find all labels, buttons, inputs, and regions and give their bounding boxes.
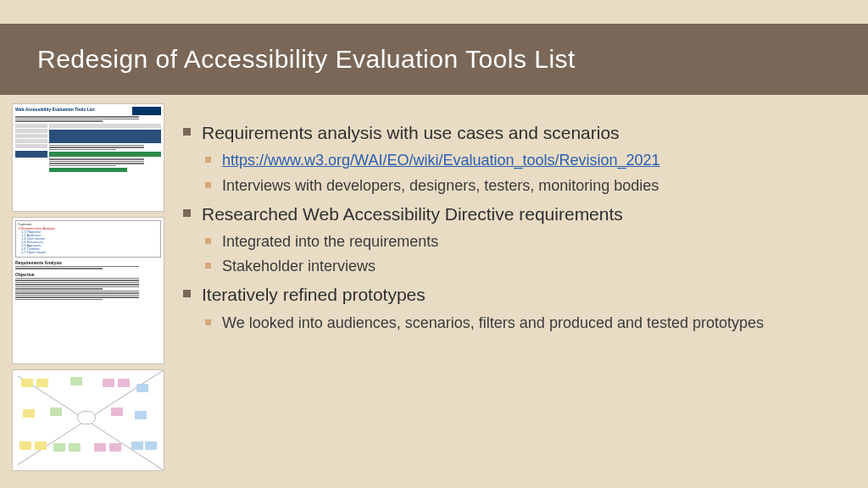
sub-bullet-item: We looked into audiences, scenarios, fil… [202, 312, 844, 334]
thumbnail-tools-list: Web Accessibility Evaluation Tools List [12, 103, 164, 212]
sub-bullet-list: https://www.w3.org/WAI/EO/wiki/Evaluatio… [202, 149, 844, 196]
bullet-label: Researched Web Accessibility Directive r… [202, 204, 623, 224]
sub-bullet-item: Stakeholder interviews [202, 255, 844, 277]
bullet-item: Iteratively refined prototypesWe looked … [183, 282, 844, 334]
sub-bullet-list: We looked into audiences, scenarios, fil… [202, 312, 844, 334]
bullet-list: Requirements analysis with use cases and… [183, 120, 844, 334]
sub-bullet-item: https://www.w3.org/WAI/EO/wiki/Evaluatio… [202, 149, 844, 171]
bullet-label: Iteratively refined prototypes [202, 285, 426, 304]
w3c-logo [132, 107, 161, 115]
bullet-label: Requirements analysis with use cases and… [202, 123, 620, 142]
thumb2-heading-2: Objective [15, 272, 161, 277]
thumb1-heading: Web Accessibility Evaluation Tools List [15, 107, 95, 115]
thumbnail-affinity-board [12, 369, 164, 471]
title-band: Redesign of Accessibility Evaluation Too… [0, 24, 868, 95]
thumbnail-requirements-wiki: Contents 1 Requirements Analysis 1.1 Obj… [12, 217, 164, 364]
bullet-item: Researched Web Accessibility Directive r… [183, 202, 844, 278]
thumbnail-column: Web Accessibility Evaluation Tools List [12, 103, 164, 476]
sub-bullet-item: Integrated into the requirements [202, 230, 844, 252]
bullet-item: Requirements analysis with use cases and… [183, 120, 844, 197]
sub-bullet-item: Interviews with developers, designers, t… [202, 175, 844, 197]
content-area: Requirements analysis with use cases and… [183, 120, 844, 339]
thumb2-toc: Contents 1 Requirements Analysis 1.1 Obj… [15, 220, 161, 258]
slide: Redesign of Accessibility Evaluation Too… [0, 0, 868, 488]
toc-item: 1.7 Open Issues [18, 252, 159, 255]
thumb2-heading-1: Requirements Analysis [15, 260, 161, 265]
slide-title: Redesign of Accessibility Evaluation Too… [37, 45, 576, 74]
sub-bullet-list: Integrated into the requirementsStakehol… [202, 230, 844, 277]
reference-link[interactable]: https://www.w3.org/WAI/EO/wiki/Evaluatio… [222, 152, 660, 169]
